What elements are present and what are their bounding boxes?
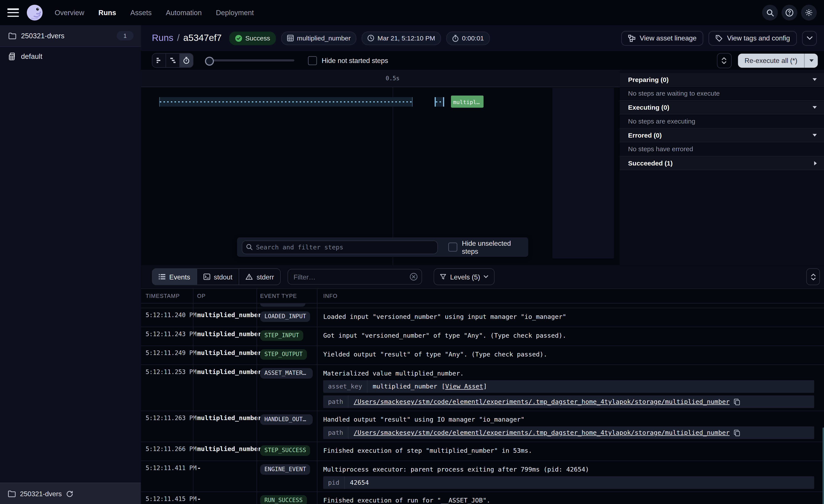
clear-filter-icon[interactable]	[410, 272, 418, 281]
reexecute-all-button[interactable]: Re-execute all (*)	[738, 53, 804, 68]
copy-icon[interactable]	[734, 429, 740, 436]
repo-name: 250321-dvers	[21, 32, 64, 39]
main-area: Runs / a5347ef7 Success multiplied_numbe…	[141, 25, 824, 504]
folder-icon	[8, 32, 16, 39]
view-tags-config-button[interactable]: View tags and config	[709, 31, 797, 45]
gantt-mode-flat-button[interactable]	[152, 54, 166, 67]
events-table-header: TIMESTAMP OP EVENT TYPE INFO	[141, 288, 824, 303]
dagster-logo-icon[interactable]	[25, 3, 44, 22]
expand-logs-button[interactable]	[806, 268, 820, 285]
gantt-time-ruler: 0.5s	[141, 70, 620, 87]
step-section-title: Succeeded (1)	[628, 159, 673, 167]
nav-links: OverviewRunsAssetsAutomationDeployment	[55, 9, 254, 16]
event-type-badge: STEP_OUTPUT	[260, 349, 307, 360]
asset-tag-label: multiplied_number	[297, 34, 351, 42]
copy-icon[interactable]	[734, 398, 740, 405]
event-op: -	[193, 461, 256, 474]
filter-funnel-icon	[440, 274, 446, 280]
path-link[interactable]: /Users/smackesey/stm/code/elementl/exper…	[354, 429, 730, 436]
event-info: Multiprocess executor: parent process ex…	[317, 461, 824, 492]
hide-unselected-checkbox[interactable]	[448, 243, 457, 252]
search-button[interactable]	[762, 5, 778, 20]
reload-icon[interactable]	[66, 490, 73, 497]
sidebar-footer-repo[interactable]: 250321-dvers	[0, 483, 141, 504]
run-header-pills: Success multiplied_number Mar 21, 5:12:1…	[229, 31, 490, 45]
nav-item-assets[interactable]: Assets	[130, 9, 151, 16]
folder-icon	[8, 490, 16, 497]
run-header: Runs / a5347ef7 Success multiplied_numbe…	[141, 25, 824, 51]
nav-item-automation[interactable]: Automation	[166, 9, 202, 16]
slider-knob[interactable]	[205, 57, 214, 66]
event-info-text: Materialized value multiplied_number.	[323, 368, 814, 378]
chevron-down-icon	[813, 78, 817, 81]
step-section-header[interactable]: Executing (0)	[620, 101, 824, 114]
hide-not-started-label: Hide not started steps	[322, 56, 388, 64]
gantt-step-bar[interactable]: multiplied_number	[451, 96, 484, 108]
time-tick-label: 0.5s	[386, 75, 399, 82]
metadata-row: asset_keymultiplied_number[View Asset]	[323, 380, 814, 393]
nav-item-deployment[interactable]: Deployment	[216, 9, 254, 16]
path-link[interactable]: /Users/smackesey/stm/code/elementl/exper…	[354, 398, 730, 405]
metadata-row: path/Users/smackesey/stm/code/elementl/e…	[323, 426, 814, 439]
breadcrumb-runs-link[interactable]: Runs	[152, 33, 174, 44]
tab-stdout[interactable]: stdout	[197, 269, 239, 285]
terminal-icon	[203, 274, 210, 280]
step-search-input[interactable]	[242, 240, 438, 254]
nav-item-runs[interactable]: Runs	[99, 9, 116, 16]
hide-unselected-label: Hide unselected steps	[462, 239, 528, 255]
gantt-mode-timed-button[interactable]	[180, 54, 193, 67]
top-nav-actions	[762, 5, 817, 20]
sidebar-item-default[interactable]: default	[0, 47, 141, 66]
sort-arrows-icon	[722, 57, 726, 64]
event-info: Finished execution of run for "__ASSET_J…	[317, 492, 824, 504]
asset-tag-pill[interactable]: multiplied_number	[281, 31, 356, 45]
view-asset-link[interactable]: View Asset	[445, 383, 483, 390]
hamburger-menu-icon[interactable]	[7, 8, 19, 17]
tab-label: stderr	[256, 273, 274, 280]
reexecute-menu-button[interactable]	[805, 53, 818, 68]
nav-item-overview[interactable]: Overview	[55, 9, 84, 16]
hide-not-started-checkbox[interactable]	[308, 56, 317, 65]
event-type-badge: STEP_INPUT	[260, 330, 304, 341]
view-asset-lineage-button[interactable]: View asset lineage	[621, 31, 703, 45]
run-header-actions: View asset lineage View tags and config	[621, 31, 817, 45]
check-circle-icon	[235, 34, 242, 42]
events-panel: Eventsstdoutstderr Levels (5)	[141, 265, 824, 504]
gear-icon	[805, 8, 813, 17]
gantt-mode-waterfall-button[interactable]	[166, 54, 180, 67]
event-info-text: Yielded output "result" of type "Any". (…	[323, 349, 814, 359]
event-type-badge: STEP_SUCCESS	[260, 446, 310, 456]
step-section-header[interactable]: Errored (0)	[620, 129, 824, 142]
levels-dropdown[interactable]: Levels (5)	[434, 268, 495, 285]
event-type-cell: HANDLED_OUTPUT	[256, 411, 317, 429]
events-scrollbar-thumb[interactable]	[822, 427, 824, 504]
metadata-key: asset_key	[323, 380, 368, 393]
events-rows: 5:12:11.240 PMmultiplied_numberLOADED_IN…	[141, 308, 824, 504]
event-timestamp: 5:12:11.240 PM	[141, 308, 193, 322]
event-op: multiplied_number	[193, 365, 256, 378]
log-filter-input[interactable]	[288, 269, 422, 285]
bracket: [	[441, 383, 445, 390]
breadcrumb-separator: /	[177, 33, 180, 44]
run-actions-menu-button[interactable]	[802, 31, 817, 45]
tag-icon	[716, 34, 723, 42]
step-bar-label: multiplied_number	[453, 98, 482, 105]
chevron-down-icon	[484, 275, 489, 278]
event-type-badge: LOADED_INPUT	[260, 311, 310, 322]
event-timestamp: 5:12:11.253 PM	[141, 365, 193, 378]
step-section-header[interactable]: Preparing (0)	[620, 73, 824, 87]
gantt-body: multiplied_number Hide unselected steps	[141, 87, 620, 266]
event-row: 5:12:11.253 PMmultiplied_numberASSET_MAT…	[141, 365, 824, 411]
metadata-key: path	[323, 426, 348, 439]
help-button[interactable]	[782, 5, 797, 20]
settings-button[interactable]	[801, 5, 817, 20]
tab-stderr[interactable]: stderr	[239, 269, 280, 285]
flat-view-icon	[156, 57, 162, 64]
sidebar-item-repo[interactable]: 250321-dvers 1	[0, 25, 141, 47]
step-section-header[interactable]: Succeeded (1)	[620, 156, 824, 170]
expand-panel-button[interactable]	[717, 53, 731, 68]
tab-events[interactable]: Events	[152, 269, 197, 285]
gantt-zoom-slider[interactable]	[205, 54, 294, 67]
event-type-badge: ENGINE_EVENT	[260, 464, 310, 475]
event-op: multiplied_number	[193, 442, 256, 455]
